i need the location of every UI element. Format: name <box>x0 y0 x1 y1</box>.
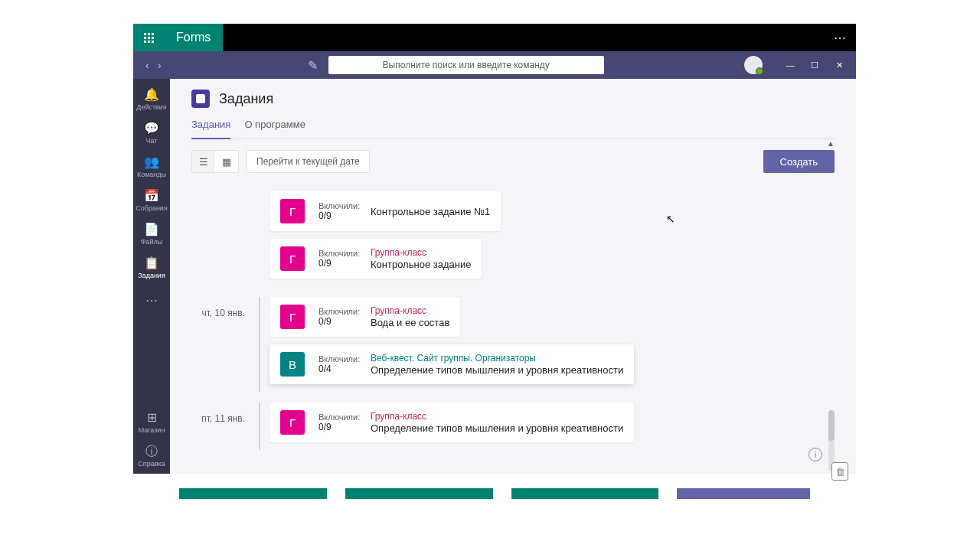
store-icon: ⊞ <box>133 411 170 425</box>
turned-in-label: Включили: <box>318 307 357 316</box>
rail-item-files[interactable]: 📄Файлы <box>133 218 170 252</box>
nav-forward-button[interactable]: › <box>155 57 164 74</box>
turned-in-count: 0/9 <box>318 210 357 221</box>
group-name: Группа-класс <box>371 305 449 316</box>
assignment-card[interactable]: ГВключили:0/9Группа-классКонтрольное зад… <box>270 239 482 279</box>
view-grid-button[interactable]: ▦ <box>215 151 238 172</box>
date-label: чт, 10 янв. <box>191 297 259 392</box>
search-input[interactable]: Выполните поиск или введите команду <box>328 56 604 74</box>
turned-in-count: 0/9 <box>318 422 357 432</box>
turned-in-count: 0/9 <box>318 258 357 269</box>
group-badge: Г <box>280 305 305 329</box>
thumbnail[interactable] <box>511 488 659 499</box>
office-topbar: Forms ⋯ <box>133 24 856 51</box>
assignment-card[interactable]: ГВключили:0/9Группа-классОпределение тип… <box>270 403 634 442</box>
assignment-card[interactable]: ВВключили:0/4Веб-квест. Сайт группы. Орг… <box>270 344 634 384</box>
turned-in-label: Включили: <box>318 412 357 422</box>
window-maximize-button[interactable]: ☐ <box>802 53 827 77</box>
nav-back-button[interactable]: ‹ <box>142 57 152 74</box>
date-label: пт, 11 янв. <box>191 403 259 450</box>
waffle-icon <box>144 33 154 43</box>
header-tabs: Задания О программе <box>191 114 835 139</box>
app-rail: 🔔Действия 💬Чат 👥Команды 📅Собрания 📄Файлы… <box>133 79 170 474</box>
people-icon: 👥 <box>133 155 170 169</box>
tab-assignments[interactable]: Задания <box>191 114 230 139</box>
group-badge: Г <box>280 410 305 435</box>
scroll-up-caret[interactable]: ▲ <box>827 139 835 148</box>
rail-item-chat[interactable]: 💬Чат <box>133 117 170 151</box>
calendar-icon: 📅 <box>133 189 170 203</box>
turned-in-count: 0/4 <box>318 364 357 374</box>
file-icon: 📄 <box>133 223 170 236</box>
window-close-button[interactable]: ✕ <box>827 53 851 77</box>
group-badge: Г <box>280 199 305 223</box>
thumbnail[interactable] <box>179 488 327 499</box>
rail-item-assignments[interactable]: 📋Задания <box>133 252 170 285</box>
teams-titlebar: ‹ › ✎ Выполните поиск или введите команд… <box>133 51 856 79</box>
rail-item-meetings[interactable]: 📅Собрания <box>133 184 170 218</box>
assignment-title: Определение типов мышления и уровня креа… <box>371 364 623 376</box>
date-label <box>191 191 259 286</box>
group-name: Веб-квест. Сайт группы. Организаторы <box>371 353 623 364</box>
thumbnail[interactable] <box>677 488 810 499</box>
search-placeholder: Выполните поиск или введите команду <box>383 60 550 70</box>
group-badge: В <box>280 352 305 377</box>
rail-item-help[interactable]: ⓘСправка <box>133 440 170 474</box>
turned-in-count: 0/9 <box>318 316 357 327</box>
app-launcher-button[interactable] <box>133 24 164 51</box>
assignments-app-icon <box>191 90 210 108</box>
assignment-card[interactable]: ГВключили:0/9Группа-классВода и ее соста… <box>270 297 460 337</box>
assignment-title: Контрольное задание <box>371 259 471 270</box>
tab-about[interactable]: О программе <box>244 114 305 139</box>
turned-in-label: Включили: <box>318 201 357 210</box>
assignments-list[interactable]: ГВключили:0/9Контрольное задание №1ГВклю… <box>170 181 856 474</box>
rail-item-activity[interactable]: 🔔Действия <box>133 83 170 117</box>
group-name: Группа-класс <box>371 247 471 258</box>
page-title: Задания <box>219 91 273 107</box>
window-minimize-button[interactable]: — <box>778 53 802 77</box>
thumbnail-strip <box>133 488 856 499</box>
assignment-title: Контрольное задание №1 <box>371 206 490 217</box>
assignment-card[interactable]: ГВключили:0/9Контрольное задание №1 <box>270 191 501 231</box>
assignment-title: Вода и ее состав <box>371 317 449 328</box>
turned-in-label: Включили: <box>318 354 357 364</box>
compose-icon[interactable]: ✎ <box>304 58 322 73</box>
assignments-icon: 📋 <box>133 256 170 270</box>
rail-item-teams[interactable]: 👥Команды <box>133 151 170 184</box>
info-button[interactable]: i <box>808 448 822 461</box>
rail-item-store[interactable]: ⊞Магазин <box>133 406 170 440</box>
bell-icon: 🔔 <box>133 88 170 102</box>
scrollbar-thumb[interactable] <box>828 410 835 441</box>
user-avatar[interactable] <box>744 56 763 74</box>
turned-in-label: Включили: <box>318 249 357 258</box>
group-badge: Г <box>280 246 305 271</box>
trash-icon[interactable]: 🗑 <box>831 462 848 481</box>
thumbnail[interactable] <box>345 488 493 499</box>
create-button[interactable]: Создать <box>763 150 835 173</box>
assignment-title: Определение типов мышления и уровня креа… <box>371 422 623 434</box>
forms-brand-label: Forms <box>164 24 223 51</box>
help-icon: ⓘ <box>133 445 170 458</box>
topbar-more-button[interactable]: ⋯ <box>825 31 856 45</box>
view-toggle: ☰ ▦ <box>191 150 239 173</box>
chat-icon: 💬 <box>133 122 170 135</box>
goto-today-button[interactable]: Перейти к текущей дате <box>247 150 370 173</box>
view-list-button[interactable]: ☰ <box>192 151 215 172</box>
rail-more-button[interactable]: ⋯ <box>145 285 158 315</box>
group-name: Группа-класс <box>371 411 623 422</box>
